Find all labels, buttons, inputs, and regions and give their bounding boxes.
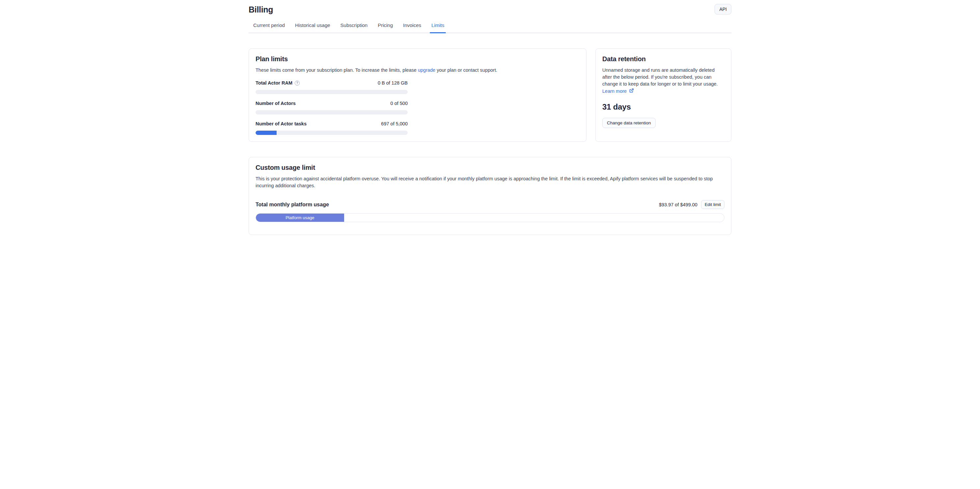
page-header: Billing API <box>245 0 735 14</box>
limit-row-actor-tasks: Number of Actor tasks 697 of 5,000 <box>256 121 408 135</box>
tab-limits[interactable]: Limits <box>431 22 445 33</box>
plan-limits-description-start: These limits come from your subscription… <box>256 67 418 73</box>
main-content: Plan limits These limits come from your … <box>245 33 735 235</box>
total-monthly-usage-label: Total monthly platform usage <box>256 202 329 208</box>
plan-limit-rows: Total Actor RAM ? 0 B of 128 GB Number o… <box>256 79 408 135</box>
limit-label-actor-tasks: Number of Actor tasks <box>256 121 307 127</box>
limit-value-actor-tasks: 697 of 5,000 <box>381 121 408 127</box>
limit-label-actor-ram: Total Actor RAM <box>256 79 293 87</box>
custom-usage-limit-description: This is your protection against accident… <box>256 175 724 189</box>
limit-label-actors: Number of Actors <box>256 100 296 107</box>
platform-usage-track: Platform usage <box>256 213 724 222</box>
tab-current-period[interactable]: Current period <box>253 22 285 33</box>
external-link-icon <box>629 88 634 95</box>
learn-more-link[interactable]: Learn more <box>602 88 627 95</box>
change-data-retention-button[interactable]: Change data retention <box>602 118 655 128</box>
progress-track-actors <box>256 110 408 114</box>
plan-limits-description: These limits come from your subscription… <box>256 67 579 74</box>
billing-page: Billing API Current period Historical us… <box>245 0 735 244</box>
billing-tabs: Current period Historical usage Subscrip… <box>249 22 731 33</box>
tab-invoices[interactable]: Invoices <box>402 22 422 33</box>
tab-subscription[interactable]: Subscription <box>340 22 369 33</box>
retention-period-value: 31 days <box>602 102 724 111</box>
progress-track-actor-ram <box>256 90 408 94</box>
data-retention-card: Data retention Unnamed storage and runs … <box>595 48 731 142</box>
plan-limits-description-end: your plan or contact support. <box>435 67 497 73</box>
top-cards-row: Plan limits These limits come from your … <box>249 48 731 142</box>
data-retention-description: Unnamed storage and runs are automatical… <box>602 67 724 87</box>
limit-value-actors: 0 of 500 <box>391 100 408 107</box>
custom-usage-limit-card: Custom usage limit This is your protecti… <box>249 157 731 235</box>
platform-usage-fill: Platform usage <box>256 214 344 222</box>
progress-fill-actor-tasks <box>256 131 277 135</box>
usage-amount-value: $93.97 of $499.00 <box>659 202 697 207</box>
tab-historical-usage[interactable]: Historical usage <box>294 22 331 33</box>
help-icon[interactable]: ? <box>295 81 300 86</box>
upgrade-link[interactable]: upgrade <box>418 67 435 73</box>
limit-row-actors: Number of Actors 0 of 500 <box>256 100 408 114</box>
plan-limits-title: Plan limits <box>256 55 579 63</box>
data-retention-title: Data retention <box>602 55 724 63</box>
plan-limits-card: Plan limits These limits come from your … <box>249 48 587 142</box>
custom-usage-limit-title: Custom usage limit <box>256 164 724 171</box>
api-button[interactable]: API <box>714 4 731 14</box>
progress-track-actor-tasks <box>256 131 408 135</box>
limit-value-actor-ram: 0 B of 128 GB <box>378 79 408 87</box>
platform-usage-bar-label: Platform usage <box>285 215 314 220</box>
limit-row-actor-ram: Total Actor RAM ? 0 B of 128 GB <box>256 79 408 94</box>
page-title: Billing <box>249 5 273 14</box>
edit-limit-button[interactable]: Edit limit <box>701 200 724 209</box>
tab-pricing[interactable]: Pricing <box>377 22 393 33</box>
